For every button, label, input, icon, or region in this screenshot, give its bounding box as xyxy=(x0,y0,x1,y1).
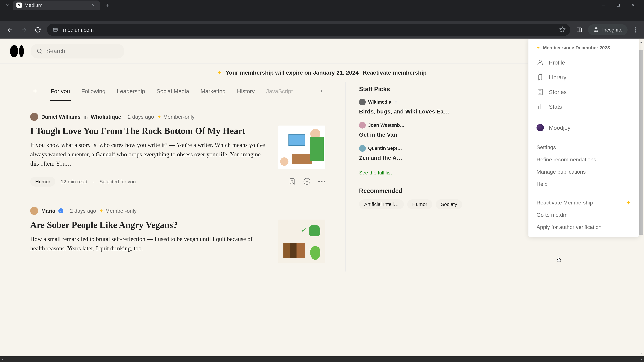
category-chip[interactable]: Humor xyxy=(30,177,55,187)
menu-library[interactable]: Library xyxy=(528,70,639,85)
bookmark-icon xyxy=(536,73,544,81)
staff-avatar[interactable] xyxy=(359,122,366,129)
site-info-icon[interactable] xyxy=(52,26,59,33)
menu-refine-recommendations[interactable]: Refine recommendations xyxy=(528,153,639,166)
article-meta: Maria ✓ 2 days ago ✦Member-only xyxy=(30,207,325,215)
workspace-avatar xyxy=(536,124,544,131)
author-avatar[interactable] xyxy=(30,207,38,215)
topic-chip[interactable]: Artificial Intell… xyxy=(359,199,404,209)
banner-text: Your membership will expire on January 2… xyxy=(226,69,358,76)
staff-title-link[interactable]: Get in the Van xyxy=(359,131,463,138)
reload-button[interactable] xyxy=(33,25,43,35)
menu-stats[interactable]: Stats xyxy=(528,99,639,114)
menu-profile[interactable]: Profile xyxy=(528,55,639,70)
feed-tab-marketing[interactable]: Marketing xyxy=(200,82,226,100)
svg-point-29 xyxy=(539,60,542,62)
tab-close-button[interactable] xyxy=(90,3,95,8)
article-title-link[interactable]: I Tough Love You From The Rock Bottom Of… xyxy=(30,125,268,136)
tab-search-dropdown[interactable] xyxy=(3,1,12,9)
scroll-down-arrow[interactable]: ▾ xyxy=(638,351,644,356)
feed-tab-social-media[interactable]: Social Media xyxy=(156,82,190,100)
browser-menu-button[interactable] xyxy=(631,26,639,34)
time-ago: 2 days ago xyxy=(124,114,154,120)
svg-line-19 xyxy=(40,52,42,53)
reactivate-membership-link[interactable]: Reactivate membership xyxy=(362,69,427,76)
member-since-row: ✦ Member since December 2023 xyxy=(528,43,639,55)
new-tab-button[interactable] xyxy=(104,2,111,8)
staff-title-link[interactable]: Zen and the A… xyxy=(359,154,463,161)
in-label: in xyxy=(394,99,397,105)
menu-stories[interactable]: Stories xyxy=(528,85,639,99)
medium-logo[interactable] xyxy=(10,45,24,57)
vertical-scrollbar[interactable]: ▴ ▾ xyxy=(638,38,644,356)
address-bar[interactable]: medium.com xyxy=(47,24,570,36)
scroll-left-arrow[interactable]: ◂ xyxy=(0,358,5,361)
more-options-button[interactable] xyxy=(318,180,325,183)
staff-author[interactable]: Quentin Sept… xyxy=(368,146,402,151)
recommended-chips: Artificial Intell… Humor Society xyxy=(359,199,463,209)
menu-label: Refine recommendations xyxy=(536,157,596,163)
read-time: 12 min read xyxy=(61,179,87,185)
menu-apply-verification[interactable]: Apply for author verification xyxy=(528,221,639,233)
back-button[interactable] xyxy=(5,25,15,35)
incognito-label: Incognito xyxy=(602,27,622,33)
topic-chip[interactable]: Society xyxy=(436,199,462,209)
menu-settings[interactable]: Settings xyxy=(528,141,639,153)
scrollbar-thumb[interactable] xyxy=(639,50,643,235)
scroll-right-arrow[interactable]: ▸ xyxy=(639,358,644,361)
scroll-up-arrow[interactable]: ▴ xyxy=(638,39,644,44)
staff-author[interactable]: Wikimedia xyxy=(368,99,391,105)
window-close-button[interactable] xyxy=(627,1,639,9)
feed-tab-javascript[interactable]: JavaScript xyxy=(266,82,294,100)
menu-workspace[interactable]: Moodjoy xyxy=(528,120,639,135)
svg-rect-10 xyxy=(53,28,57,31)
show-less-button[interactable] xyxy=(303,178,310,186)
feed-tab-leadership[interactable]: Leadership xyxy=(116,82,146,100)
side-panel-icon[interactable] xyxy=(574,25,584,35)
article-thumbnail[interactable]: ✓= xyxy=(278,220,325,263)
menu-label: Reactivate Membership xyxy=(536,200,593,206)
star-icon: ✦ xyxy=(217,70,222,76)
search-field[interactable] xyxy=(30,44,124,58)
user-menu-dropdown: ✦ Member since December 2023 Profile Lib… xyxy=(528,38,639,237)
author-link[interactable]: Maria xyxy=(41,208,55,214)
topic-chip[interactable]: Humor xyxy=(407,199,432,209)
publication-link[interactable]: Wholistique xyxy=(91,114,121,120)
staff-avatar[interactable] xyxy=(359,145,366,152)
stats-icon xyxy=(536,103,544,110)
author-link[interactable]: Daniel Williams xyxy=(41,114,80,120)
feed-tab-history[interactable]: History xyxy=(236,82,256,100)
staff-title-link[interactable]: Birds, bugs, and Wiki Loves Ea… xyxy=(359,108,463,115)
save-button[interactable] xyxy=(288,178,296,186)
sidebar-column: Staff Picks Wikimediain Birds, bugs, and… xyxy=(346,82,463,272)
bookmark-star-icon[interactable] xyxy=(559,26,566,33)
article-footer: Humor 12 min read · Selected for you xyxy=(30,177,325,187)
tab-favicon: M xyxy=(16,2,22,8)
menu-manage-publications[interactable]: Manage publications xyxy=(528,166,639,178)
staff-avatar[interactable] xyxy=(359,99,366,105)
menu-help[interactable]: Help xyxy=(528,178,639,190)
window-minimize-button[interactable] xyxy=(598,1,610,9)
menu-reactivate-membership[interactable]: Reactivate Membership✦ xyxy=(528,196,639,209)
tabs-scroll-right[interactable] xyxy=(319,88,325,94)
menu-go-to-medm[interactable]: Go to me.dm xyxy=(528,209,639,221)
article-text: Are Sober People Like Angry Vegans? How … xyxy=(30,220,268,263)
staff-pick-item: Quentin Sept… Zen and the A… xyxy=(359,145,463,161)
author-avatar[interactable] xyxy=(30,113,38,121)
article-thumbnail[interactable] xyxy=(278,125,325,169)
staff-author[interactable]: Joan Westenb… xyxy=(368,122,404,128)
search-input[interactable] xyxy=(46,48,118,55)
horizontal-scrollbar[interactable]: ◂ ▸ xyxy=(0,356,644,362)
incognito-chip[interactable]: Incognito xyxy=(588,24,628,35)
member-since-label: Member since December 2023 xyxy=(543,45,610,50)
browser-tab-active[interactable]: M Medium xyxy=(13,0,100,10)
article-title-link[interactable]: Are Sober People Like Angry Vegans? xyxy=(30,220,268,230)
window-maximize-button[interactable] xyxy=(612,1,624,9)
see-full-list-link[interactable]: See the full list xyxy=(359,170,392,176)
feed-tab-following[interactable]: Following xyxy=(81,82,106,100)
article-actions xyxy=(288,178,325,186)
feed-tab-for-you[interactable]: For you xyxy=(50,82,70,100)
forward-button[interactable] xyxy=(19,25,29,35)
add-topic-button[interactable] xyxy=(30,88,40,95)
in-label: in xyxy=(84,114,88,120)
